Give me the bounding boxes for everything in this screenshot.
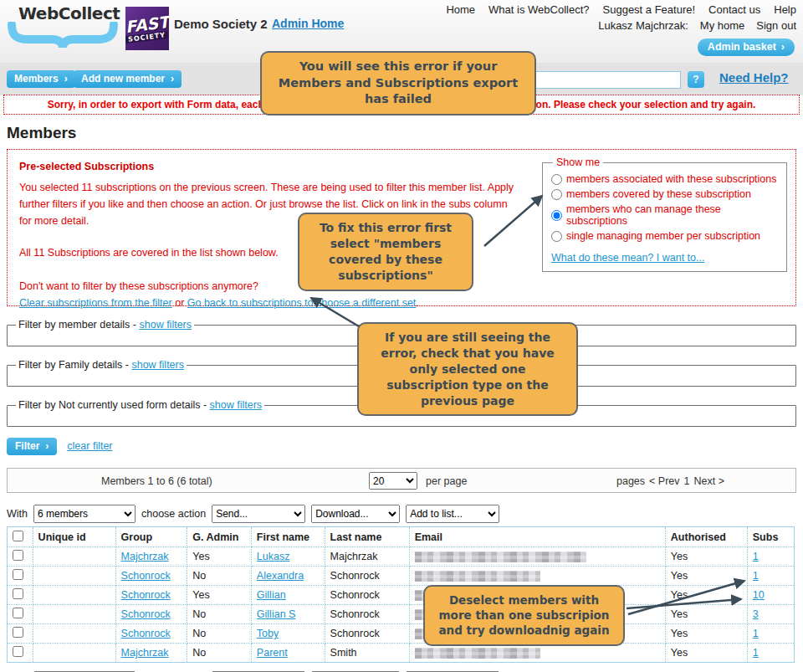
table-row: Schonrock No Gillian S Schonrock Yes 3: [8, 605, 795, 624]
radio-members-manage[interactable]: members who can manage these subscriptio…: [551, 203, 778, 227]
filter-label: Filter by Family details -: [18, 359, 131, 371]
redacted-email: [415, 648, 540, 659]
group-link[interactable]: Schonrock: [121, 589, 171, 601]
download-action-select[interactable]: Download...: [311, 505, 400, 523]
need-help-link[interactable]: Need Help?: [719, 70, 789, 85]
first-name-link[interactable]: Toby: [257, 628, 279, 639]
link-help[interactable]: Help: [774, 3, 796, 16]
radio-members-covered[interactable]: members covered by these subscription: [551, 188, 778, 200]
first-name-link[interactable]: Parent: [257, 647, 288, 659]
filter-actions-row: Filter› clear filter: [7, 437, 796, 455]
filter-button[interactable]: Filter›: [7, 438, 57, 455]
subs-link[interactable]: 1: [753, 551, 759, 562]
callout-deselect-members: Deselect members with more than one subs…: [423, 585, 625, 646]
what-do-these-mean-link[interactable]: What do these mean? I want to...: [551, 252, 704, 264]
select-all-checkbox[interactable]: [13, 531, 23, 541]
header-unique-id: Unique id: [33, 527, 115, 547]
admin-basket-button[interactable]: Admin basket›: [698, 38, 795, 56]
period-text: .: [416, 297, 418, 309]
subs-link[interactable]: 3: [753, 608, 759, 620]
members-scope-select[interactable]: 6 members: [33, 505, 136, 523]
subs-link[interactable]: 10: [753, 589, 765, 601]
link-suggest-feature[interactable]: Suggest a Feature!: [603, 3, 696, 16]
radio-members-associated[interactable]: members associated with these subscripti…: [551, 173, 778, 185]
subs-link[interactable]: 1: [753, 628, 759, 639]
subs-link[interactable]: 1: [753, 647, 759, 659]
with-label: With: [7, 508, 28, 520]
next-page-link[interactable]: Next >: [694, 475, 724, 487]
filter-member-details-legend: Filter by member details - show filters: [16, 319, 194, 331]
row-checkbox[interactable]: [13, 627, 23, 638]
search-help-button[interactable]: ?: [688, 71, 704, 88]
callout-still-seeing-error: If you are still seeing the error, check…: [357, 322, 578, 416]
prev-page-link[interactable]: < Prev: [649, 475, 679, 487]
send-action-select[interactable]: Send...: [212, 505, 305, 523]
user-links-row: Lukasz Majchrzak: My home Sign out: [598, 19, 796, 32]
redacted-email: [415, 571, 540, 582]
clear-filter-link[interactable]: clear filter: [67, 440, 112, 452]
first-name-link[interactable]: Alexandra: [257, 570, 304, 582]
top-links-row: Home What is WebCollect? Suggest a Featu…: [446, 3, 796, 16]
chevron-right-icon: ›: [781, 41, 785, 53]
add-to-list-select[interactable]: Add to list...: [406, 505, 499, 523]
link-sign-out[interactable]: Sign out: [756, 19, 796, 32]
first-name-link[interactable]: Gillian: [257, 589, 286, 601]
link-home[interactable]: Home: [446, 3, 475, 16]
members-table: Unique id Group G. Admin First name Last…: [7, 526, 795, 663]
show-filters-link-family[interactable]: show filters: [131, 359, 184, 371]
row-checkbox[interactable]: [13, 569, 23, 580]
radio-input[interactable]: [551, 189, 562, 200]
search-input[interactable]: [535, 71, 681, 89]
authorised-cell: Yes: [665, 586, 747, 605]
radio-input[interactable]: [551, 174, 562, 185]
clear-subscriptions-link[interactable]: Clear subscriptions from the filter: [19, 297, 172, 309]
link-contact-us[interactable]: Contact us: [708, 3, 760, 16]
radio-input[interactable]: [551, 210, 562, 221]
first-name-link[interactable]: Lukasz: [257, 551, 290, 562]
admin-home-link[interactable]: Admin Home: [272, 17, 344, 30]
row-checkbox[interactable]: [13, 646, 23, 657]
radio-label: single managing member per subscription: [566, 230, 760, 242]
link-my-home[interactable]: My home: [700, 19, 744, 32]
row-checkbox[interactable]: [13, 588, 23, 599]
row-checkbox[interactable]: [13, 550, 23, 561]
bulk-actions-top: With 6 members choose action Send... Dow…: [7, 504, 796, 523]
filter-family-details-legend: Filter by Family details - show filters: [16, 359, 187, 371]
unique-id-cell: [33, 644, 115, 663]
table-row: Majchrzak No Parent Smith Yes 1: [8, 644, 795, 663]
g-admin-cell: No: [187, 605, 252, 624]
show-filters-link-form[interactable]: show filters: [210, 399, 263, 411]
pagination-bar: Members 1 to 6 (6 total) 20 per page pag…: [7, 468, 796, 493]
g-admin-cell: Yes: [187, 586, 252, 605]
group-link[interactable]: Schonrock: [121, 608, 171, 620]
redacted-email: [415, 551, 586, 562]
society-name: Demo Society 2: [174, 17, 268, 31]
group-link[interactable]: Majchrzak: [121, 647, 169, 659]
link-what-is-webcollect[interactable]: What is WebCollect?: [488, 3, 589, 16]
add-new-member-button[interactable]: Add new member›: [74, 70, 182, 88]
members-nav-button[interactable]: Members›: [7, 70, 75, 88]
subs-link[interactable]: 1: [753, 570, 759, 582]
radio-label: members covered by these subscription: [566, 188, 751, 200]
pages-label: pages: [616, 475, 645, 487]
group-link[interactable]: Majchrzak: [121, 551, 169, 562]
add-new-member-label: Add new member: [81, 73, 165, 85]
last-name-cell: Schonrock: [325, 567, 409, 586]
current-page-number[interactable]: 1: [684, 475, 690, 487]
filter-label: Filter by Not currently used form detail…: [18, 399, 210, 411]
go-back-subscriptions-link[interactable]: Go back to subscriptions to choose a dif…: [187, 297, 417, 309]
header-g-admin: G. Admin: [187, 527, 252, 547]
email-cell: [409, 547, 665, 567]
show-filters-link-member[interactable]: show filters: [139, 319, 192, 331]
first-name-link[interactable]: Gillian S: [257, 608, 296, 620]
unique-id-cell: [33, 547, 115, 567]
radio-input[interactable]: [551, 231, 562, 242]
callout-export-failed: You will see this error if your Members …: [260, 51, 536, 115]
group-link[interactable]: Schonrock: [121, 570, 171, 582]
per-page-select[interactable]: 20: [369, 472, 417, 490]
chevron-right-icon: ›: [64, 73, 68, 85]
chevron-right-icon: ›: [171, 73, 174, 85]
group-link[interactable]: Schonrock: [121, 628, 171, 639]
radio-single-managing[interactable]: single managing member per subscription: [551, 230, 778, 242]
row-checkbox[interactable]: [13, 608, 23, 618]
